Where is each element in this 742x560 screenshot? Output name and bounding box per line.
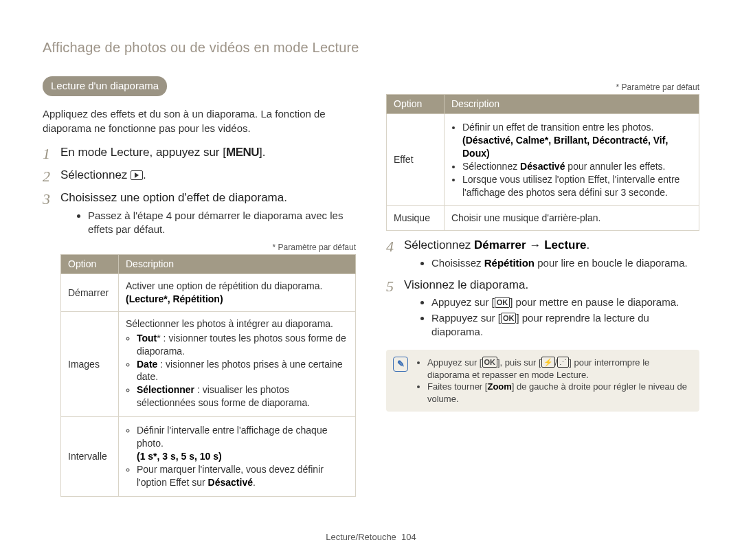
bold-desactive: Désactivé (520, 161, 565, 172)
note-list: Appuyez sur [OK], puis sur [⚡/⋰] pour in… (416, 357, 690, 405)
opt-effet-name: Effet (387, 114, 445, 206)
ok-button-icon: OK (501, 313, 517, 324)
step-5: Visionnez le diaporama. Appuyez sur [OK]… (386, 278, 699, 339)
steps-list-right: Sélectionnez Démarrer → Lecture. Choisis… (386, 238, 699, 339)
list-item: Tout* : visionner toutes les photos sous… (137, 332, 348, 358)
list-item: Rappuyez sur [OK] pour reprendre la lect… (431, 311, 699, 339)
txt: Définir l'intervalle entre l'affichage d… (137, 425, 327, 449)
txt: Sélectionnez (404, 238, 474, 251)
opt-demarrer-desc: Activer une option de répétition du diap… (119, 274, 356, 312)
list-item: Définir l'intervalle entre l'affichage d… (137, 424, 348, 463)
bold-date: Date (137, 359, 157, 370)
step-2: Sélectionnez . (43, 168, 356, 183)
opt-intervalle-name: Intervalle (61, 417, 119, 496)
opt-images-desc: Sélectionner les photos à intégrer au di… (119, 311, 356, 416)
txt: . (587, 238, 590, 251)
txt: Sélectionnez (462, 161, 520, 172)
footer-page-number: 104 (401, 532, 416, 542)
step-3-bullet: Passez à l'étape 4 pour démarrer le diap… (88, 209, 356, 237)
bold-demarrer: Démarrer (474, 238, 526, 251)
bold-zoom: Zoom (487, 381, 511, 392)
page: Affichage de photos ou de vidéos en mode… (0, 0, 742, 560)
intro-text: Appliquez des effets et du son à un diap… (43, 107, 356, 135)
page-footer: Lecture/Retouche 104 (0, 531, 742, 544)
bold-select: Sélectionner (137, 384, 194, 395)
opt-images-name: Images (61, 311, 119, 416)
txt: Rappuyez sur [ (431, 312, 501, 324)
info-icon: ✎ (393, 357, 408, 372)
txt: Appuyez sur [ (427, 357, 482, 368)
default-footnote-left: * Paramètre par défaut (60, 242, 356, 253)
th-option: Option (61, 255, 119, 274)
steps-list-left: En mode Lecture, appuyez sur [MENU]. Sél… (43, 145, 356, 497)
bold-lecture: Lecture (544, 238, 586, 251)
table-row: Intervalle Définir l'intervalle entre l'… (61, 417, 356, 496)
list-item: Sélectionnez Désactivé pour annuler les … (462, 160, 692, 173)
bold-tout: Tout (137, 333, 157, 344)
default-footnote-right: * Paramètre par défaut (386, 82, 699, 93)
table-row: Effet Définir un effet de transition ent… (387, 114, 699, 206)
step-1-text-b: ]. (259, 146, 265, 159)
menu-button-label: MENU (226, 146, 259, 159)
txt: pour lire en boucle le diaporama. (535, 257, 688, 269)
bold-effects: (Désactivé, Calme*, Brillant, Décontract… (462, 135, 668, 159)
step-5-title: Visionnez le diaporama. (404, 278, 528, 291)
list-item: Faites tourner [Zoom] de gauche à droite… (427, 381, 690, 405)
step-4-sublist: Choisissez Répétition pour lire en boucl… (404, 256, 699, 270)
step-2-text-b: . (143, 168, 146, 181)
note-box: ✎ Appuyez sur [OK], puis sur [⚡/⋰] pour … (386, 350, 699, 412)
list-item: Appuyez sur [OK] pour mettre en pause le… (431, 295, 699, 309)
flash-icon: ⚡ (541, 357, 555, 368)
opt-demarrer-bold: (Lecture*, Répétition) (126, 293, 223, 304)
bold-desactive: Désactivé (208, 477, 253, 488)
txt: : visionner les photos prises à une cert… (137, 359, 343, 383)
ok-button-icon: OK (482, 357, 498, 368)
ok-button-icon: OK (495, 297, 510, 308)
step-1-text-a: En mode Lecture, appuyez sur [ (60, 146, 226, 159)
list-item: Sélectionner : visualiser les photos sél… (137, 383, 348, 410)
list-item: Choisissez Répétition pour lire en boucl… (431, 256, 699, 270)
table-row: Images Sélectionner les photos à intégre… (61, 311, 356, 416)
table-row: Musique Choisir une musique d'arrière-pl… (387, 206, 699, 231)
bold-interval: (1 s*, 3 s, 5 s, 10 s) (137, 451, 222, 462)
txt: * : visionner toutes les photos sous for… (137, 333, 346, 357)
list-item: Définir un effet de transition entre les… (462, 121, 692, 160)
opt-images-line: Sélectionner les photos à intégrer au di… (126, 318, 333, 329)
step-3-title: Choisissez une option d'effet de diapora… (60, 191, 287, 204)
txt: Choisissez (431, 257, 484, 269)
txt: Appuyez sur [ (431, 296, 495, 308)
section-pill: Lecture d'un diaporama (43, 76, 167, 96)
opt-intervalle-desc: Définir l'intervalle entre l'affichage d… (119, 417, 356, 496)
opt-effet-desc: Définir un effet de transition entre les… (445, 114, 699, 206)
opt-demarrer-name: Démarrer (61, 274, 119, 312)
opt-musique-desc: Choisir une musique d'arrière-plan. (445, 206, 699, 231)
two-column-layout: Lecture d'un diaporama Appliquez des eff… (43, 76, 699, 501)
step-4: Sélectionnez Démarrer → Lecture. Choisis… (386, 238, 699, 270)
right-column: * Paramètre par défaut Option Descriptio… (386, 76, 699, 501)
txt: ], puis sur [ (497, 357, 541, 368)
slideshow-icon (131, 170, 143, 180)
footer-section: Lecture/Retouche (326, 532, 396, 542)
th-description: Description (119, 255, 356, 274)
txt: ] pour mettre en pause le diaporama. (510, 296, 679, 308)
page-header: Affichage de photos ou de vidéos en mode… (43, 38, 699, 57)
opt-musique-name: Musique (387, 206, 445, 231)
txt: Faites tourner [ (427, 381, 487, 392)
arrow-icon: → (526, 238, 544, 251)
opt-demarrer-line: Activer une option de répétition du diap… (126, 280, 322, 291)
step-3: Choisissez une option d'effet de diapora… (43, 190, 356, 497)
step-3-sublist: Passez à l'étape 4 pour démarrer le diap… (60, 209, 356, 237)
th-option: Option (387, 95, 445, 114)
list-item: Lorsque vous utilisez l'option Effet, l'… (462, 173, 692, 199)
step-2-text-a: Sélectionnez (60, 168, 131, 181)
step-1: En mode Lecture, appuyez sur [MENU]. (43, 145, 356, 161)
list-item: Appuyez sur [OK], puis sur [⚡/⋰] pour in… (427, 357, 690, 381)
options-table-left: Option Description Démarrer Activer une … (60, 254, 356, 496)
list-item: Pour marquer l'intervalle, vous devez dé… (137, 463, 348, 489)
txt: . (253, 477, 256, 488)
wireless-icon: ⋰ (557, 357, 569, 368)
txt: pour annuler les effets. (565, 161, 665, 172)
th-description: Description (445, 95, 699, 114)
table-row: Démarrer Activer une option de répétitio… (61, 274, 356, 312)
bold-repetition: Répétition (484, 257, 535, 269)
